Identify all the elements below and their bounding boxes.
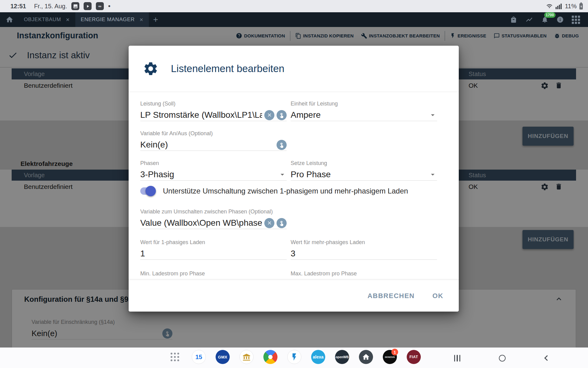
close-tab-icon[interactable]: ×	[66, 16, 70, 23]
field-phasen[interactable]: Phasen 3-Phasig	[140, 160, 287, 181]
fiat-label: FIAT	[409, 355, 418, 359]
field-wert-mehr-phasig[interactable]: Wert für mehr-phasiges Laden 3	[291, 239, 437, 260]
close-tab-icon[interactable]: ×	[140, 16, 143, 23]
chevron-down-icon	[428, 170, 437, 179]
field-value: Value (Wallbox\Open WB\phasen u	[140, 218, 262, 228]
dialog-header: Listenelement bearbeiten	[129, 46, 459, 92]
nav-home-button[interactable]	[493, 348, 511, 368]
ok-button[interactable]: OK	[432, 292, 443, 300]
notification-count-badge: 1700	[544, 12, 556, 18]
phase-switch-toggle-row: Unterstütze Umschaltung zwischen 1-phasi…	[140, 187, 443, 195]
nav-back-button[interactable]	[538, 348, 556, 368]
calendar-day: 15	[195, 354, 202, 361]
field-label: Min. Ladestrom pro Phase	[140, 270, 287, 277]
tab-objektbaum[interactable]: OBJEKTBAUM ×	[18, 12, 75, 27]
listenelement-dialog: Listenelement bearbeiten Leistung (Soll)…	[129, 46, 459, 312]
input-value: 1	[140, 249, 287, 259]
toggle-knob	[145, 186, 156, 196]
dialog-footer: ABBRECHEN OK	[129, 280, 459, 312]
chevron-down-icon	[428, 111, 437, 119]
home-circle-icon	[499, 355, 506, 362]
field-label: Einheit für Leistung	[291, 100, 437, 107]
select-value: Pro Phase	[291, 170, 427, 179]
field-variable-an-aus[interactable]: Variable für An/Aus (Optional) Kein(e)	[140, 130, 287, 151]
variable-picker-hand-icon[interactable]	[277, 218, 287, 228]
status-date: Fr., 15. Aug.	[34, 3, 67, 10]
photos-notification-icon	[71, 2, 79, 10]
chevron-down-icon	[278, 170, 287, 179]
clear-x-icon[interactable]	[264, 110, 274, 120]
field-max-ladestrom[interactable]: Max. Ladestrom pro Phase	[291, 270, 437, 279]
battery-percent: 11%	[565, 3, 577, 10]
battery-icon	[579, 2, 583, 10]
gmx-label: GMX	[218, 355, 228, 359]
calendar-app-icon[interactable]: 15	[192, 350, 206, 364]
cellular-signal-icon	[556, 3, 562, 9]
notifications-bell-icon[interactable]: 1700	[541, 16, 548, 23]
recents-icon	[454, 355, 461, 362]
gmx-app-icon[interactable]: GMX	[216, 350, 230, 364]
field-einheit-leistung[interactable]: Einheit für Leistung Ampere	[291, 100, 437, 121]
variable-picker-hand-icon[interactable]	[277, 110, 287, 120]
select-value: Ampere	[291, 110, 427, 120]
home-icon[interactable]	[6, 16, 13, 24]
store-bag-icon[interactable]	[510, 16, 517, 23]
input-value: 3	[291, 249, 437, 259]
cancel-button[interactable]: ABBRECHEN	[368, 292, 415, 300]
alexa-app-icon[interactable]: alexa	[311, 350, 325, 364]
openwb-app-icon[interactable]: openWB	[335, 350, 349, 364]
openwb-label: openWB	[336, 355, 349, 359]
field-label: Variable für An/Aus (Optional)	[140, 130, 287, 137]
genesis-notification-icon: ∞	[96, 2, 104, 10]
dialog-title: Listenelement bearbeiten	[171, 63, 285, 75]
energy-app-icon[interactable]	[287, 350, 301, 364]
field-wert-1-phasig[interactable]: Wert für 1-phasiges Laden 1	[140, 239, 287, 260]
gear-icon	[143, 61, 159, 77]
info-icon[interactable]	[556, 16, 564, 23]
nav-recents-button[interactable]	[448, 348, 466, 368]
apps-grid-icon[interactable]	[572, 16, 580, 24]
field-variable-umschalten[interactable]: Variable zum Umschalten zwischen Phasen …	[140, 208, 287, 229]
field-label: Wert für mehr-phasiges Laden	[291, 239, 437, 246]
genesis-label: GENESIS	[385, 356, 395, 358]
status-time: 12:51	[10, 3, 26, 10]
field-min-ladestrom[interactable]: Min. Ladestrom pro Phase	[140, 270, 287, 279]
field-label: Leistung (Soll)	[140, 100, 287, 107]
variable-picker-hand-icon[interactable]	[277, 140, 287, 150]
field-value: LP Stromstärke (Wallbox\LP1\Lade	[140, 110, 262, 120]
field-label: Variable zum Umschalten zwischen Phasen …	[140, 208, 287, 215]
select-value: 3-Phasig	[140, 170, 276, 179]
toggle-label: Unterstütze Umschaltung zwischen 1-phasi…	[163, 187, 408, 195]
chart-trend-icon[interactable]	[525, 16, 533, 23]
genesis-app-icon[interactable]: GENESIS 1	[383, 350, 397, 364]
bank-app-icon[interactable]	[239, 350, 254, 364]
field-setze-leistung[interactable]: Setze Leistung Pro Phase	[291, 160, 437, 181]
more-notifications-dot: •	[108, 2, 111, 10]
clear-x-icon[interactable]	[264, 218, 274, 228]
field-leistung-soll[interactable]: Leistung (Soll) LP Stromstärke (Wallbox\…	[140, 100, 287, 121]
tab-label: OBJEKTBAUM	[24, 17, 61, 23]
app-tab-bar: OBJEKTBAUM × ENERGIE MANAGER × + 1700	[0, 12, 588, 27]
toggle-switch-on[interactable]	[140, 187, 154, 195]
wifi-icon	[546, 3, 553, 9]
fiat-app-icon[interactable]: FIAT	[407, 350, 421, 364]
app-drawer-icon[interactable]	[168, 350, 182, 364]
field-value: Kein(e)	[140, 140, 274, 150]
tab-energie-manager[interactable]: ENERGIE MANAGER ×	[75, 12, 149, 27]
field-label: Setze Leistung	[291, 160, 437, 167]
new-tab-button[interactable]: +	[153, 15, 158, 25]
screen: 12:51 Fr., 15. Aug. ∞ • 11% OBJ	[0, 0, 588, 368]
smart-home-app-icon[interactable]	[359, 350, 373, 364]
youtube-notification-icon	[84, 2, 92, 10]
taskbar-dock: 15 GMX alexa openWB	[0, 347, 588, 368]
genesis-badge: 1	[391, 349, 398, 355]
tab-label: ENERGIE MANAGER	[81, 17, 135, 23]
field-label: Wert für 1-phasiges Laden	[140, 239, 287, 246]
field-label: Max. Ladestrom pro Phase	[291, 270, 437, 277]
field-label: Phasen	[140, 160, 287, 167]
photos-app-icon[interactable]	[263, 350, 277, 364]
alexa-label: alexa	[313, 355, 323, 359]
back-chevron-icon	[544, 355, 550, 361]
status-bar: 12:51 Fr., 15. Aug. ∞ • 11%	[0, 0, 588, 12]
